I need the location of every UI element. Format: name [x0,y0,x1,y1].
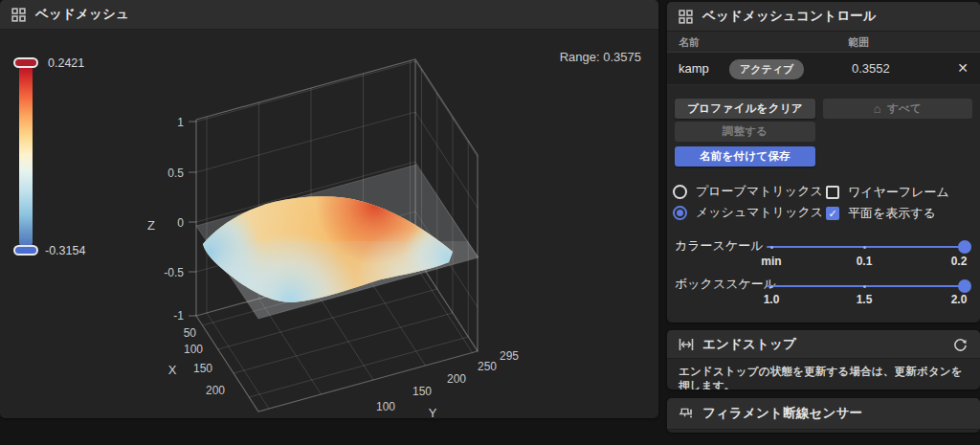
clear-profile-button[interactable]: プロファイルをクリア [675,99,815,119]
z-axis-labels: 1 0.5 0 -0.5 -1 [164,116,184,323]
color-scale-slider[interactable] [763,240,971,254]
endstop-card: エンドストップ エンドストップの状態を更新する場合は、更新ボタンを押します。 [667,330,980,389]
box-scale-slider[interactable] [763,279,971,293]
z-axis-title: Z [147,218,155,233]
checkbox-wireframe[interactable]: ワイヤーフレーム [826,184,949,201]
box-scale-thumb[interactable] [958,279,971,293]
svg-text:-1: -1 [173,309,184,323]
svg-text:100: 100 [184,343,203,356]
x-axis-title: X [168,363,177,377]
filament-sensor-alert-icon [679,406,694,421]
slider-tick-dot [770,246,773,249]
profile-name: kamp [679,61,709,76]
mesh-grid-icon [11,7,27,22]
svg-text:295: 295 [500,349,519,363]
calibrate-button[interactable]: 調整する [675,122,815,142]
endstop-card-header: エンドストップ [667,330,980,359]
save-as-button[interactable]: 名前を付けて保存 [675,146,815,167]
slider-tick-dot [863,285,866,288]
active-badge: アクティブ [729,59,804,79]
bed-mesh-card-header: ベッドメッシュ [0,0,658,30]
bed-mesh-title: ベッドメッシュ [35,6,129,23]
y-axis-title: Y [429,406,437,418]
checkbox-flat-surface[interactable]: ✓ 平面を表示する [826,205,936,222]
slider-tick-dot [863,246,866,249]
z-axis-ticks [189,122,196,316]
bed-mesh-3d-plot[interactable]: 1 0.5 0 -0.5 -1 50 100 150 200 100 150 2… [0,30,658,418]
column-range: 範囲 [848,35,869,50]
profile-row-kamp[interactable]: kamp アクティブ 0.3552 ✕ [667,53,980,85]
x-axis-labels: 50 100 150 200 [184,326,226,397]
color-scale-label: カラースケール [675,237,764,255]
refresh-icon[interactable] [953,337,969,352]
home-all-label: すべて [887,101,922,116]
endstop-icon [679,337,694,352]
checkbox-checked-icon[interactable]: ✓ [826,207,839,220]
svg-text:150: 150 [412,385,432,398]
bed-mesh-control-card: ベッドメッシュコントロール 名前 範囲 kamp アクティブ 0.3552 ✕ … [667,2,980,323]
svg-text:200: 200 [447,372,466,386]
filament-card-header: フィラメント断線センサー [667,398,980,430]
svg-text:0.5: 0.5 [167,167,184,180]
column-name: 名前 [679,35,700,50]
radio-unselected-icon[interactable] [673,185,687,199]
checkbox-unchecked-icon[interactable] [826,186,839,199]
svg-text:150: 150 [193,362,212,375]
svg-text:200: 200 [206,384,225,397]
control-card-title: ベッドメッシュコントロール [702,8,877,25]
endstop-card-title: エンドストップ [702,336,796,353]
svg-text:-0.5: -0.5 [164,266,184,279]
endstop-info-text: エンドストップの状態を更新する場合は、更新ボタンを押します。 [667,359,980,389]
svg-text:1: 1 [177,116,184,129]
slider-track[interactable] [767,285,968,287]
slider-track[interactable] [767,246,968,248]
svg-text:100: 100 [376,400,395,413]
radio-probe-matrix[interactable]: プローブマトリックス [673,183,823,200]
profile-table-header: 名前 範囲 [667,32,980,53]
mesh-grid-icon [679,9,694,24]
bed-mesh-card: ベッドメッシュ Range: 0.3575 0.2421 -0.3154 [0,0,658,418]
svg-text:50: 50 [184,326,197,340]
svg-text:250: 250 [478,360,497,373]
slider-tick-dot [770,285,773,288]
box-scale-label: ボックススケール [675,276,776,293]
profile-range-value: 0.3552 [852,61,890,76]
filament-sensor-card: フィラメント断線センサー [667,398,980,433]
control-card-header: ベッドメッシュコントロール [667,2,980,32]
color-scale-thumb[interactable] [958,240,971,254]
home-all-button[interactable]: ⌂ すべて [823,99,972,119]
home-icon: ⌂ [874,101,881,116]
close-icon[interactable]: ✕ [957,60,969,76]
filament-card-title: フィラメント断線センサー [702,405,862,422]
svg-text:0: 0 [177,216,184,230]
radio-mesh-matrix[interactable]: メッシュマトリックス [673,204,823,221]
radio-selected-icon[interactable] [673,206,687,220]
